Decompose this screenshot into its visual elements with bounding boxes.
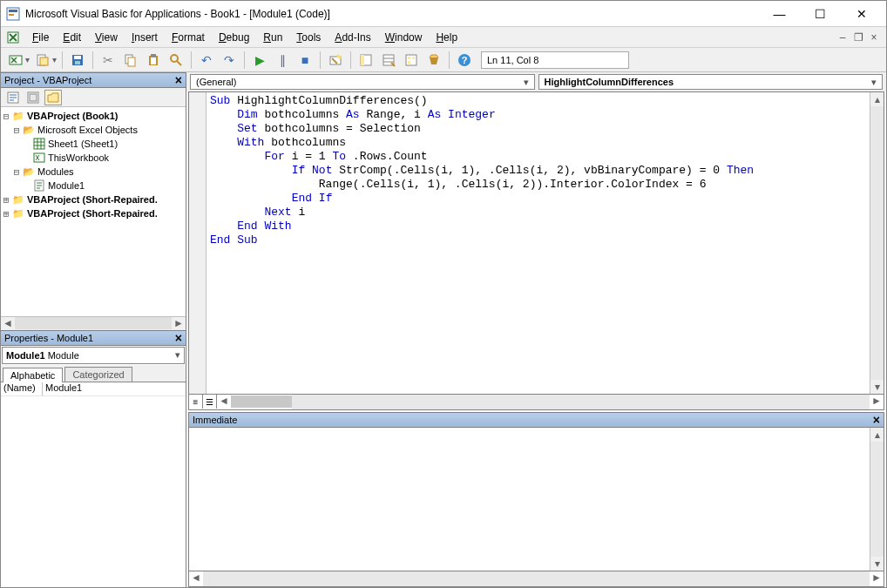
svg-rect-25 [412, 57, 415, 59]
scroll-left-icon[interactable]: ◄ [217, 395, 231, 409]
properties-panel-title: Properties - Module1 [4, 333, 93, 343]
hscroll-track[interactable] [292, 395, 870, 409]
maximize-button[interactable]: ☐ [801, 2, 840, 26]
property-value[interactable]: Module1 [43, 382, 186, 395]
svg-text:?: ? [462, 55, 468, 65]
menu-run[interactable]: Run [256, 30, 289, 45]
object-browser-icon[interactable] [402, 51, 421, 70]
dropdown-icon: ▾ [871, 77, 877, 88]
insert-module-icon[interactable] [33, 51, 52, 70]
tree-project-root[interactable]: ⊞📁VBAProject (Short-Repaired. [1, 206, 186, 220]
immediate-vscroll[interactable]: ▴▾ [870, 428, 884, 571]
tree-project-root[interactable]: ⊟📁VBAProject (Book1) [1, 109, 186, 123]
svg-rect-26 [408, 61, 410, 64]
mdi-minimize-button[interactable]: – [836, 30, 850, 44]
svg-rect-11 [128, 57, 135, 66]
immediate-panel-close-icon[interactable]: × [873, 413, 880, 427]
paste-icon[interactable] [144, 51, 163, 70]
svg-rect-24 [408, 57, 410, 59]
tree-workbook[interactable]: ThisWorkbook [1, 151, 186, 165]
project-hscroll[interactable]: ◄► [1, 316, 186, 330]
break-icon[interactable]: ∥ [273, 51, 292, 70]
scroll-right-icon[interactable]: ► [870, 571, 884, 586]
project-panel-close-icon[interactable]: × [175, 75, 182, 85]
view-code-icon[interactable] [4, 90, 22, 105]
menu-bar: FileEditViewInsertFormatDebugRunToolsAdd… [1, 27, 886, 48]
find-icon[interactable] [166, 51, 186, 70]
hscroll-track[interactable] [203, 571, 870, 586]
procedure-dropdown[interactable]: HighlightColumnDifferences▾ [538, 74, 884, 90]
undo-icon[interactable]: ↶ [197, 51, 216, 70]
dropdown-icon[interactable]: ▾ [25, 55, 30, 64]
object-dropdown[interactable]: (General)▾ [190, 74, 535, 90]
menu-window[interactable]: Window [378, 30, 430, 45]
project-tree[interactable]: ⊟📁VBAProject (Book1) ⊟📂Microsoft Excel O… [1, 107, 186, 316]
menu-format[interactable]: Format [165, 30, 212, 45]
dropdown-icon: ▾ [524, 77, 529, 88]
properties-icon[interactable] [379, 51, 398, 70]
svg-point-15 [171, 55, 178, 62]
view-excel-icon[interactable] [6, 51, 25, 70]
close-button[interactable]: ✕ [842, 2, 881, 26]
tree-folder[interactable]: ⊟📂Microsoft Excel Objects [1, 123, 186, 137]
save-icon[interactable] [68, 51, 87, 70]
svg-rect-8 [74, 56, 81, 59]
tree-project-root[interactable]: ⊞📁VBAProject (Short-Repaired. [1, 193, 186, 206]
menu-edit[interactable]: Edit [56, 30, 88, 45]
menu-insert[interactable]: Insert [125, 30, 165, 45]
properties-grid[interactable]: (Name) Module1 [1, 382, 186, 588]
minimize-button[interactable]: — [760, 2, 799, 26]
copy-icon[interactable] [121, 51, 140, 70]
svg-rect-13 [151, 57, 156, 64]
tab-categorized[interactable]: Categorized [64, 367, 132, 382]
tree-sheet[interactable]: Sheet1 (Sheet1) [1, 137, 186, 151]
help-icon[interactable]: ? [455, 51, 474, 70]
svg-rect-2 [9, 14, 14, 16]
code-editor[interactable]: Sub HighlightColumnDifferences() Dim bot… [188, 91, 884, 395]
menu-help[interactable]: Help [429, 30, 464, 45]
tab-alphabetic[interactable]: Alphabetic [3, 368, 63, 382]
project-panel-header: Project - VBAProject × [1, 72, 186, 88]
tree-folder[interactable]: ⊟📂Modules [1, 165, 186, 179]
svg-rect-19 [361, 55, 364, 65]
full-view-icon[interactable]: ☰ [203, 395, 217, 409]
window-title: Microsoft Visual Basic for Applications … [25, 8, 760, 20]
project-explorer-icon[interactable] [356, 51, 376, 70]
reset-icon[interactable]: ■ [295, 51, 315, 70]
svg-rect-14 [151, 54, 156, 57]
menu-file[interactable]: File [25, 30, 56, 45]
code-area[interactable]: Sub HighlightColumnDifferences() Dim bot… [207, 92, 870, 394]
mdi-close-button[interactable]: × [867, 30, 881, 44]
property-row[interactable]: (Name) Module1 [1, 382, 186, 396]
code-gutter [189, 92, 207, 394]
menu-view[interactable]: View [88, 30, 125, 45]
project-panel-title: Project - VBAProject [4, 75, 91, 85]
tree-module[interactable]: Module1 [1, 179, 186, 193]
redo-icon[interactable]: ↷ [220, 51, 239, 70]
run-icon[interactable]: ▶ [250, 51, 269, 70]
menu-debug[interactable]: Debug [212, 30, 256, 45]
properties-object-selector[interactable]: Module1 Module ▾ [2, 347, 185, 364]
immediate-window[interactable]: ▴▾ [188, 428, 884, 571]
toggle-folders-icon[interactable] [44, 90, 62, 105]
menu-tools[interactable]: Tools [289, 30, 328, 45]
view-object-icon[interactable] [24, 90, 42, 105]
mdi-restore-button[interactable]: ❐ [851, 30, 865, 44]
scroll-right-icon[interactable]: ► [870, 395, 884, 409]
properties-panel-close-icon[interactable]: × [175, 333, 182, 343]
hscroll-thumb[interactable] [231, 395, 292, 408]
svg-rect-6 [40, 57, 48, 65]
properties-tabs: Alphabetic Categorized [1, 365, 186, 382]
immediate-panel-title: Immediate [193, 415, 237, 425]
position-indicator: Ln 11, Col 8 [481, 51, 629, 69]
code-vscroll[interactable]: ▴▾ [870, 92, 884, 394]
svg-rect-23 [406, 55, 416, 65]
excel-doc-icon [6, 30, 20, 44]
toolbox-icon[interactable] [424, 51, 444, 70]
proc-view-icon[interactable]: ≡ [189, 395, 203, 409]
dropdown-icon[interactable]: ▾ [52, 55, 57, 64]
cut-icon[interactable]: ✂ [98, 51, 118, 70]
design-mode-icon[interactable] [326, 51, 345, 70]
menu-add-ins[interactable]: Add-Ins [328, 30, 377, 45]
scroll-left-icon[interactable]: ◄ [189, 571, 203, 586]
